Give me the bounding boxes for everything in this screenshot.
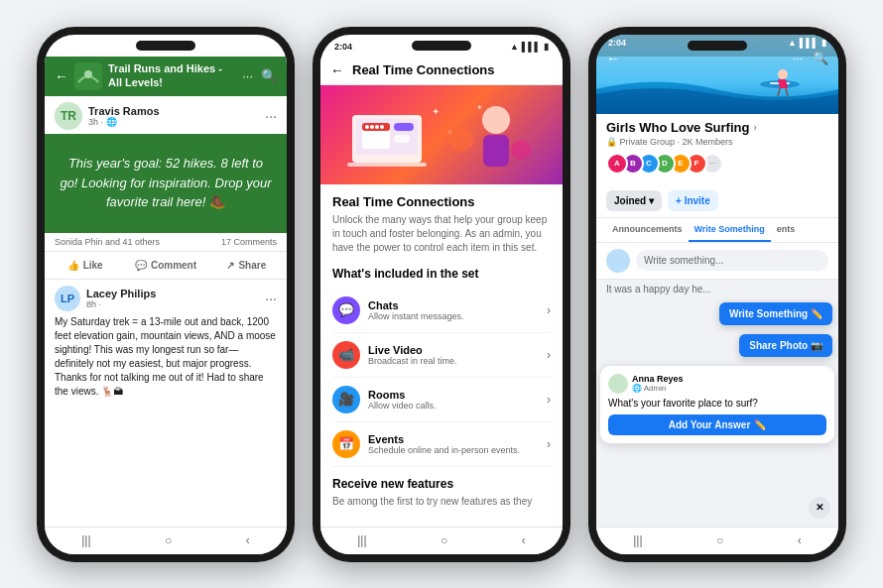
question-author-role: 🌐 Admin: [632, 384, 684, 393]
nav-home-icon-3[interactable]: ○: [716, 533, 723, 547]
feature-live-video[interactable]: 📹 Live Video Broadcast in real time. ›: [332, 333, 551, 378]
post2-text: My Saturday trek = a 13-mile out and bac…: [55, 315, 277, 399]
rtc-title: Real Time Connections: [332, 194, 551, 209]
chats-name: Chats: [368, 299, 539, 311]
events-chevron: ›: [547, 437, 551, 451]
nav-home-icon-2[interactable]: ○: [441, 533, 447, 547]
back-button-3[interactable]: ←: [606, 51, 620, 66]
nav-menu-icon-3[interactable]: |||: [633, 533, 642, 547]
phone-2: 2:04 ▲ ▌▌▌ ▮ ← Real Time Connections: [313, 27, 570, 562]
battery-icon-2: ▮: [544, 42, 549, 52]
post2-more-icon[interactable]: ···: [265, 291, 277, 306]
post-more-icon-1[interactable]: ···: [265, 108, 277, 124]
feature-events[interactable]: 📅 Events Schedule online and in-person e…: [332, 422, 551, 467]
group-name-row: Girls Who Love Surfing ›: [606, 120, 828, 135]
svg-point-16: [511, 140, 531, 160]
author-info-1: Travis Ramos 3h · 🌐: [88, 105, 259, 127]
close-popup-button[interactable]: ✕: [809, 497, 830, 519]
features-title: What's included in the set: [332, 267, 551, 281]
rtc-desc: Unlock the many ways that help your grou…: [332, 213, 551, 255]
nav-menu-icon-2[interactable]: |||: [357, 533, 366, 547]
post-text-1: This year's goal: 52 hikes. 8 left to go…: [59, 154, 273, 212]
chats-icon: 💬: [332, 296, 360, 324]
group-tabs: Announcements Write Something ents: [596, 218, 838, 243]
phone-1: 2:04 ▲ ▌▌▌ ▮ ← Trail Runs and Hikes - Al…: [37, 27, 295, 562]
share-icon: ↗: [226, 260, 234, 271]
search-icon-1[interactable]: 🔍: [261, 68, 277, 83]
tab-more[interactable]: ents: [771, 218, 802, 242]
share-button-1[interactable]: ↗ Share: [206, 256, 287, 275]
signal-icon-2: ▌▌▌: [522, 42, 541, 52]
back-button-1[interactable]: ←: [55, 68, 68, 84]
live-video-sub: Broadcast in real time.: [368, 356, 539, 366]
post2-avatar: LP: [55, 286, 80, 311]
add-answer-icon: ✏️: [754, 419, 766, 430]
back-button-2[interactable]: ←: [330, 62, 344, 78]
bottom-nav-3: ||| ○ ‹: [596, 527, 838, 554]
group-avatar-1: [74, 62, 102, 90]
battery-icon-3: ▮: [821, 38, 826, 48]
battery-icon: ▮: [268, 42, 273, 52]
more-icon-1[interactable]: ···: [242, 68, 253, 83]
like-label: Like: [83, 260, 103, 271]
invite-button[interactable]: + Invite: [668, 190, 718, 211]
post2-author-name: Lacey Philips: [86, 288, 259, 299]
phone2-header: ← Real Time Connections: [320, 57, 563, 85]
svg-point-1: [84, 70, 92, 78]
nav-home-icon[interactable]: ○: [165, 533, 172, 547]
write-something-label: Write Something ✏️: [729, 308, 822, 319]
group-info-panel: Girls Who Love Surfing › 🔒 Private Group…: [596, 114, 838, 184]
svg-point-10: [380, 125, 384, 129]
receive-desc: Be among the first to try new features a…: [332, 495, 551, 509]
events-icon: 📅: [332, 430, 360, 458]
svg-point-8: [370, 125, 374, 129]
add-answer-button[interactable]: Add Your Answer ✏️: [608, 414, 826, 435]
status-icons-2: ▲ ▌▌▌ ▮: [510, 42, 549, 52]
phone2-header-title: Real Time Connections: [352, 62, 495, 77]
share-photo-button[interactable]: Share Photo 📷: [739, 334, 832, 357]
svg-point-23: [778, 69, 788, 79]
post-preview-text: It was a happy day he...: [596, 280, 838, 298]
like-button-1[interactable]: 👍 Like: [45, 256, 125, 275]
more-icon-3[interactable]: ···: [792, 51, 803, 65]
write-placeholder-text[interactable]: Write something...: [636, 250, 828, 271]
tab-announcements[interactable]: Announcements: [606, 218, 689, 242]
svg-rect-4: [347, 163, 427, 167]
nav-back-icon-2[interactable]: ‹: [522, 533, 526, 547]
status-icons-3: ▲ ▌▌▌ ▮: [788, 38, 826, 48]
feature-rooms[interactable]: 🎥 Rooms Allow video calls. ›: [332, 378, 551, 422]
nav-menu-icon[interactable]: |||: [81, 533, 90, 547]
rooms-chevron: ›: [547, 393, 551, 407]
wifi-icon: ▲: [234, 42, 243, 52]
feature-chats[interactable]: 💬 Chats Allow instant messages. ›: [332, 289, 551, 333]
svg-text:✦: ✦: [476, 103, 483, 112]
comments-count[interactable]: 17 Comments: [221, 237, 277, 247]
comment-button-1[interactable]: 💬 Comment: [125, 256, 205, 275]
tab-write-something[interactable]: Write Something: [689, 218, 771, 242]
author-meta-1: 3h · 🌐: [88, 117, 259, 127]
bottom-nav-1: ||| ○ ‹: [45, 527, 287, 554]
search-icon-3[interactable]: 🔍: [813, 51, 828, 65]
rooms-sub: Allow video calls.: [368, 401, 539, 411]
add-answer-label: Add Your Answer: [669, 419, 751, 430]
joined-button[interactable]: Joined ▾: [606, 190, 662, 211]
banner-svg: ✦ ✧ ✦: [332, 85, 551, 184]
phone-notch-1: [136, 41, 195, 51]
feature-rooms-text: Rooms Allow video calls.: [368, 389, 539, 411]
chats-chevron: ›: [547, 303, 551, 317]
question-author-info: Anna Reyes 🌐 Admin: [632, 374, 684, 393]
svg-point-9: [375, 125, 379, 129]
status-icons-1: ▲ ▌▌▌ ▮: [234, 42, 273, 52]
phone-notch-3: [688, 41, 747, 51]
comment-label: Comment: [151, 260, 196, 271]
nav-back-icon[interactable]: ‹: [246, 533, 250, 547]
nav-back-icon-3[interactable]: ‹: [798, 533, 802, 547]
write-something-button[interactable]: Write Something ✏️: [719, 302, 832, 325]
question-author-name: Anna Reyes: [632, 374, 684, 384]
svg-rect-14: [483, 135, 509, 167]
group-header-1: ← Trail Runs and Hikes - All Levels! ···…: [45, 57, 287, 96]
question-card: Anna Reyes 🌐 Admin What's your favorite …: [600, 366, 834, 443]
chats-sub: Allow instant messages.: [368, 311, 539, 321]
signal-icon: ▌▌▌: [246, 42, 265, 52]
post1-author-row: TR Travis Ramos 3h · 🌐 ···: [45, 96, 287, 134]
